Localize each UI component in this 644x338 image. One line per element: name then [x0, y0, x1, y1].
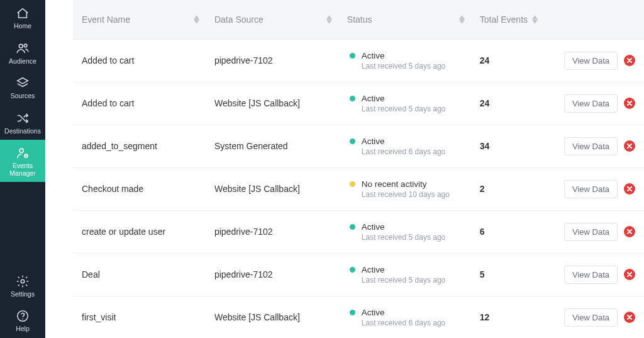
table-row: Added to cartpipedrive-7102ActiveLast re… — [73, 39, 644, 82]
cell-total-events: 24 — [471, 82, 545, 125]
sidebar-item-label: Events Manager — [9, 162, 35, 177]
home-icon — [16, 6, 30, 20]
sidebar: Home Audience Sources Destinations Event… — [0, 0, 45, 338]
cell-data-source: System Generated — [206, 125, 338, 167]
gear-icon — [16, 274, 30, 288]
status-dot-icon — [350, 96, 355, 101]
status-text: Active — [362, 222, 385, 232]
status-text: Active — [362, 308, 385, 317]
svg-point-6 — [22, 318, 23, 320]
delete-button[interactable] — [624, 55, 635, 66]
view-data-button[interactable]: View Data — [564, 308, 618, 327]
sidebar-item-settings[interactable]: Settings — [0, 268, 45, 303]
help-icon — [16, 309, 30, 323]
cell-event-name: create or update user — [73, 210, 206, 253]
delete-button[interactable] — [624, 312, 635, 323]
delete-button[interactable] — [624, 226, 635, 237]
column-header-label: Data Source — [214, 14, 264, 25]
sidebar-item-home[interactable]: Home — [0, 0, 45, 35]
cell-data-source: Website [JS Callback] — [206, 296, 338, 338]
column-header-label: Status — [347, 14, 372, 25]
sidebar-item-label: Sources — [11, 93, 35, 100]
svg-point-0 — [19, 44, 23, 48]
column-header-total[interactable]: Total Events — [471, 0, 545, 39]
status-dot-icon — [350, 181, 355, 187]
events-table: Event Name Data Source Status — [73, 0, 644, 338]
column-header-status[interactable]: Status — [338, 0, 471, 39]
status-dot-icon — [350, 224, 355, 230]
view-data-button[interactable]: View Data — [564, 266, 618, 284]
status-text: No recent activity — [362, 179, 427, 189]
sidebar-item-audience[interactable]: Audience — [0, 35, 45, 70]
column-header-event[interactable]: Event Name — [73, 0, 206, 39]
svg-point-2 — [19, 149, 23, 152]
cell-actions: View Data — [544, 167, 644, 210]
svg-point-1 — [24, 44, 27, 47]
table-row: added_to_segmentSystem GeneratedActiveLa… — [73, 125, 644, 167]
cell-event-name: Checkout made — [73, 167, 206, 210]
sort-icon[interactable] — [194, 15, 199, 24]
cell-status: No recent activityLast received 10 days … — [338, 167, 471, 210]
cell-event-name: Added to cart — [73, 82, 206, 125]
delete-button[interactable] — [624, 140, 635, 152]
cell-total-events: 24 — [471, 39, 545, 82]
status-dot-icon — [350, 53, 355, 59]
cell-total-events: 5 — [471, 253, 545, 296]
table-row: Checkout madeWebsite [JS Callback]No rec… — [73, 167, 644, 210]
sidebar-item-help[interactable]: Help — [0, 303, 45, 338]
cell-total-events: 34 — [471, 125, 545, 167]
sidebar-item-events-manager[interactable]: Events Manager — [0, 140, 45, 182]
cell-status: ActiveLast received 6 days ago — [338, 296, 471, 338]
status-text: Active — [362, 94, 385, 103]
view-data-button[interactable]: View Data — [564, 137, 618, 155]
cell-total-events: 2 — [471, 167, 545, 210]
cell-event-name: Deal — [73, 253, 206, 296]
cell-actions: View Data — [544, 82, 644, 125]
status-text: Active — [362, 265, 385, 274]
sidebar-item-destinations[interactable]: Destinations — [0, 105, 45, 140]
view-data-button[interactable]: View Data — [564, 52, 618, 70]
status-subtext: Last received 6 days ago — [362, 318, 462, 327]
cell-actions: View Data — [544, 125, 644, 167]
cell-status: ActiveLast received 5 days ago — [338, 82, 471, 125]
cell-status: ActiveLast received 5 days ago — [338, 253, 471, 296]
sidebar-item-label: Help — [16, 325, 30, 333]
status-subtext: Last received 5 days ago — [362, 62, 462, 70]
cell-event-name: Added to cart — [73, 39, 206, 82]
sidebar-item-label: Audience — [9, 58, 36, 65]
table-row: Added to cartWebsite [JS Callback]Active… — [73, 82, 644, 125]
cell-data-source: pipedrive-7102 — [206, 39, 338, 82]
delete-button[interactable] — [624, 98, 635, 109]
column-header-label: Event Name — [82, 14, 130, 25]
table-row: create or update userpipedrive-7102Activ… — [73, 210, 644, 253]
view-data-button[interactable]: View Data — [564, 223, 618, 241]
status-text: Active — [362, 51, 385, 60]
cell-total-events: 12 — [471, 296, 545, 338]
status-subtext: Last received 6 days ago — [362, 147, 462, 156]
main-content: Event Name Data Source Status — [45, 0, 644, 338]
users-icon — [16, 42, 30, 55]
cell-actions: View Data — [544, 39, 644, 82]
table-row: Dealpipedrive-7102ActiveLast received 5 … — [73, 253, 644, 296]
svg-point-4 — [21, 279, 25, 283]
column-header-source[interactable]: Data Source — [206, 0, 338, 39]
status-subtext: Last received 5 days ago — [362, 276, 462, 284]
delete-button[interactable] — [624, 269, 635, 280]
column-header-label: Total Events — [480, 14, 528, 25]
status-dot-icon — [350, 138, 355, 144]
sidebar-item-label: Settings — [11, 291, 35, 298]
view-data-button[interactable]: View Data — [564, 180, 618, 198]
status-dot-icon — [350, 267, 355, 273]
sort-icon[interactable] — [459, 15, 465, 24]
sidebar-item-sources[interactable]: Sources — [0, 70, 45, 105]
cell-event-name: added_to_segment — [73, 125, 206, 167]
view-data-button[interactable]: View Data — [564, 94, 618, 113]
cell-actions: View Data — [544, 210, 644, 253]
delete-button[interactable] — [624, 183, 635, 194]
status-subtext: Last received 10 days ago — [362, 190, 462, 199]
sort-icon[interactable] — [532, 15, 538, 24]
column-header-actions — [544, 0, 644, 39]
sidebar-item-label: Home — [14, 23, 31, 30]
status-subtext: Last received 5 days ago — [362, 104, 462, 113]
sort-icon[interactable] — [326, 15, 332, 24]
